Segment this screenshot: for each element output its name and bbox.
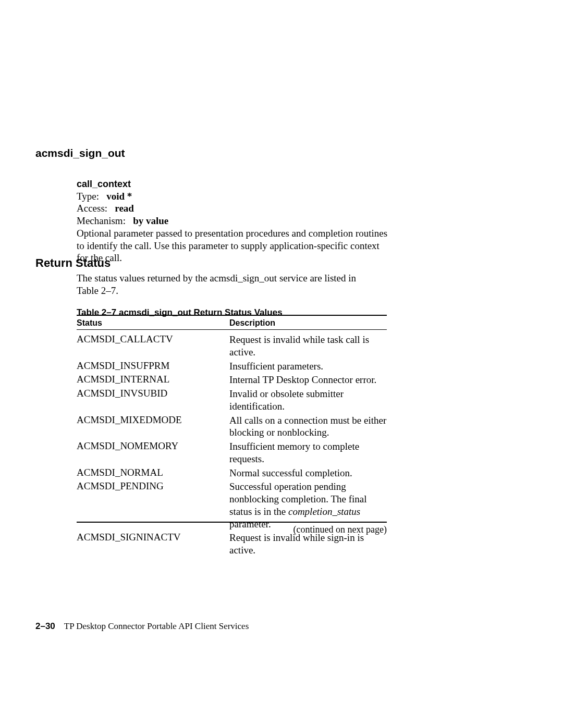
status-cell: ACMSDI_MIXEDMODE xyxy=(77,414,229,426)
footer-title: TP Desktop Connector Portable API Client… xyxy=(64,621,249,631)
param-access: Access: read xyxy=(77,202,400,215)
page-number: 2–30 xyxy=(35,621,55,631)
space xyxy=(57,621,62,631)
param-type-label: Type: xyxy=(77,191,99,202)
desc-italic: completion_status xyxy=(288,506,360,517)
status-cell: ACMSDI_NOMEMORY xyxy=(77,440,229,452)
desc-cell: Insufficient memory to complete requests… xyxy=(229,440,387,465)
table-row: ACMSDI_PENDING Successful operation pend… xyxy=(77,480,387,530)
table-top-rule xyxy=(77,315,387,316)
status-cell: ACMSDI_NORMAL xyxy=(77,467,229,478)
table-header-description: Description xyxy=(229,318,275,328)
return-status-line: The status values returned by the acmsdi… xyxy=(77,272,387,285)
param-mechanism-value: by value xyxy=(133,215,168,226)
table-row: ACMSDI_NORMAL Normal successful completi… xyxy=(77,467,387,479)
param-desc-line: to identify the call. Use this parameter… xyxy=(77,240,400,252)
status-cell: ACMSDI_INVSUBID xyxy=(77,388,229,399)
table-caption: Table 2–7 acmsdi_sign_out Return Status … xyxy=(77,307,283,318)
table-row: ACMSDI_SIGNINACTV Request is invalid whi… xyxy=(77,532,387,557)
desc-cell: Normal successful completion. xyxy=(229,467,387,479)
desc-cell: Insufficient parameters. xyxy=(229,360,387,373)
desc-cell: Request is invalid while sign-in is acti… xyxy=(229,532,387,557)
status-cell: ACMSDI_INSUFPRM xyxy=(77,360,229,372)
status-cell: ACMSDI_CALLACTV xyxy=(77,334,229,345)
param-desc-line: Optional parameter passed to presentatio… xyxy=(77,227,400,240)
desc-cell: All calls on a connection must be either… xyxy=(229,414,387,439)
space xyxy=(128,215,131,226)
status-cell: ACMSDI_PENDING xyxy=(77,480,229,492)
status-cell: ACMSDI_INTERNAL xyxy=(77,374,229,385)
table-continued-note: (continued on next page) xyxy=(77,524,387,535)
desc-cell: Successful operation pending nonblocking… xyxy=(229,480,387,530)
table-row: ACMSDI_NOMEMORY Insufficient memory to c… xyxy=(77,440,387,465)
param-type: Type: void * xyxy=(77,190,400,203)
desc-cell: Request is invalid while task call is ac… xyxy=(229,334,387,359)
param-desc-line: for the call. xyxy=(77,252,400,264)
param-mechanism: Mechanism: by value xyxy=(77,215,400,227)
table-row: ACMSDI_INVSUBID Invalid or obsolete subm… xyxy=(77,388,387,413)
param-access-label: Access: xyxy=(77,203,107,214)
table-row: ACMSDI_CALLACTV Request is invalid while… xyxy=(77,334,387,359)
desc-cell: Internal TP Desktop Connector error. xyxy=(229,374,387,386)
return-status-paragraph: The status values returned by the acmsdi… xyxy=(77,272,387,298)
param-name: call_context xyxy=(77,178,400,190)
param-mechanism-label: Mechanism: xyxy=(77,215,126,226)
section-heading-return-status: Return Status xyxy=(35,256,111,270)
table-head-rule xyxy=(77,329,387,330)
table-row: ACMSDI_INTERNAL Internal TP Desktop Conn… xyxy=(77,374,387,386)
table-header-status: Status xyxy=(77,318,102,328)
param-type-value: void * xyxy=(106,191,132,202)
parameter-block: call_context Type: void * Access: read M… xyxy=(77,178,400,264)
table-row: ACMSDI_MIXEDMODE All calls on a connecti… xyxy=(77,414,387,439)
return-status-line: Table 2–7. xyxy=(77,285,387,297)
desc-cell: Invalid or obsolete submitter identifica… xyxy=(229,388,387,413)
space xyxy=(110,203,113,214)
param-access-value: read xyxy=(115,203,134,214)
running-head: acmsdi_sign_out xyxy=(35,147,125,159)
table-row: ACMSDI_INSUFPRM Insufficient parameters. xyxy=(77,360,387,373)
space xyxy=(102,191,104,202)
table-bottom-rule xyxy=(77,522,387,523)
page-footer: 2–30 TP Desktop Connector Portable API C… xyxy=(35,621,249,632)
